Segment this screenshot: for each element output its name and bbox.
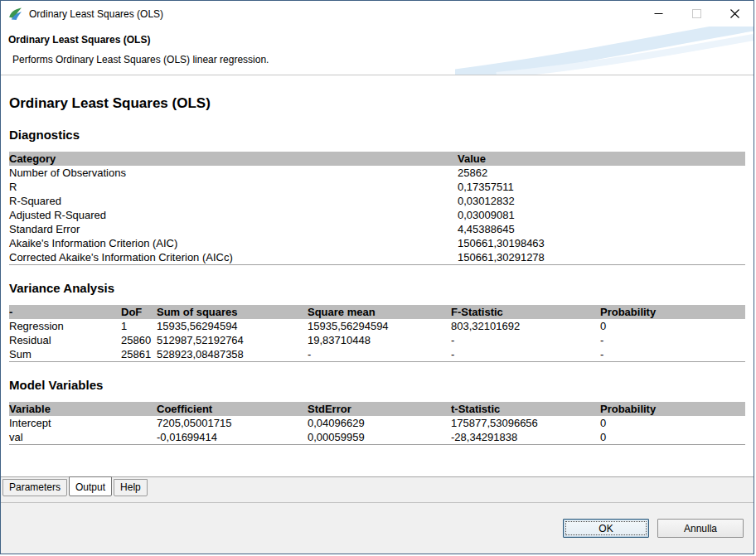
table-cell: Corrected Akaike's Information Criterion… bbox=[9, 250, 458, 264]
column-header: Coefficient bbox=[157, 402, 308, 416]
tab-bar: Parameters Output Help bbox=[1, 477, 754, 503]
table-cell: Intercept bbox=[9, 416, 157, 430]
table-row: Standard Error4,45388645 bbox=[9, 222, 745, 236]
table-cell: 25862 bbox=[458, 166, 745, 180]
ok-button[interactable]: OK bbox=[563, 519, 649, 538]
table-cell: 19,83710448 bbox=[308, 333, 451, 347]
table-cell: 0 bbox=[600, 416, 745, 430]
window-title: Ordinary Least Squares (OLS) bbox=[29, 8, 163, 20]
table-cell: R-Squared bbox=[9, 194, 458, 208]
table-cell: - bbox=[451, 333, 600, 347]
table-cell: 150661,30291278 bbox=[458, 250, 745, 264]
column-header: F-Statistic bbox=[451, 305, 600, 319]
tab-help[interactable]: Help bbox=[114, 479, 148, 496]
table-cell: 0 bbox=[600, 430, 745, 444]
table-cell: - bbox=[600, 333, 745, 347]
table-cell: 1 bbox=[121, 319, 157, 333]
table-cell: 0 bbox=[600, 319, 745, 333]
table-row: R-Squared0,03012832 bbox=[9, 194, 745, 208]
table-cell: 7205,05001715 bbox=[157, 416, 308, 430]
table-cell: Akaike's Information Criterion (AIC) bbox=[9, 236, 458, 250]
window-controls bbox=[639, 1, 754, 27]
table-cell: 15935,56294594 bbox=[157, 319, 308, 333]
table-cell: 15935,56294594 bbox=[308, 319, 451, 333]
table-cell: - bbox=[600, 347, 745, 361]
ols-dialog-window: Ordinary Least Squares (OLS) Ordinary Le… bbox=[0, 0, 754, 554]
column-header: Category bbox=[9, 152, 458, 166]
table-row: Number of Observations25862 bbox=[9, 166, 745, 180]
cancel-button[interactable]: Annulla bbox=[657, 519, 744, 538]
minimize-icon bbox=[654, 9, 663, 18]
maximize-button bbox=[677, 1, 715, 27]
column-header: Square mean bbox=[308, 305, 451, 319]
column-header: Sum of squares bbox=[157, 305, 308, 319]
tab-output[interactable]: Output bbox=[69, 476, 112, 496]
dialog-header-title: Ordinary Least Squares (OLS) bbox=[1, 27, 754, 46]
table-cell: R bbox=[9, 180, 458, 194]
table-cell: 0,03012832 bbox=[458, 194, 745, 208]
table-body: Regression115935,5629459415935,562945948… bbox=[9, 319, 745, 361]
tab-parameters[interactable]: Parameters bbox=[2, 479, 67, 496]
column-header: DoF bbox=[121, 305, 157, 319]
diagnostics-table: CategoryValue Number of Observations2586… bbox=[9, 152, 745, 265]
table-header-row: CategoryValue bbox=[9, 152, 745, 166]
table-cell: 0,03009081 bbox=[458, 208, 745, 222]
table-header-row: VariableCoefficientStdErrort-StatisticPr… bbox=[9, 402, 745, 416]
variance-table: -DoFSum of squaresSquare meanF-Statistic… bbox=[9, 305, 745, 362]
minimize-button[interactable] bbox=[639, 1, 677, 27]
table-row: Regression115935,5629459415935,562945948… bbox=[9, 319, 745, 333]
table-row: Sum25861528923,08487358--- bbox=[9, 347, 745, 361]
table-cell: 512987,52192764 bbox=[157, 333, 308, 347]
table-row: Corrected Akaike's Information Criterion… bbox=[9, 250, 745, 264]
table-row: Intercept7205,050017150,04096629175877,5… bbox=[9, 416, 745, 430]
table-cell: Number of Observations bbox=[9, 166, 458, 180]
table-cell: 4,45388645 bbox=[458, 222, 745, 236]
table-body: Number of Observations25862R0,17357511R-… bbox=[9, 166, 745, 264]
maximize-icon bbox=[692, 9, 701, 18]
table-cell: -0,01699414 bbox=[157, 430, 308, 444]
close-icon bbox=[730, 9, 739, 18]
column-header: - bbox=[9, 305, 121, 319]
column-header: StdError bbox=[308, 402, 451, 416]
table-body: Intercept7205,050017150,04096629175877,5… bbox=[9, 416, 745, 444]
model-variables-table: VariableCoefficientStdErrort-StatisticPr… bbox=[9, 402, 745, 445]
close-button[interactable] bbox=[715, 1, 754, 27]
model-variables-heading: Model Variables bbox=[9, 378, 745, 393]
output-panel: Ordinary Least Squares (OLS) Diagnostics… bbox=[1, 75, 754, 477]
diagnostics-heading: Diagnostics bbox=[9, 128, 745, 143]
table-cell: val bbox=[9, 430, 157, 444]
table-cell: Adjusted R-Squared bbox=[9, 208, 458, 222]
table-cell: 175877,53096656 bbox=[451, 416, 600, 430]
column-header: Probability bbox=[600, 305, 745, 319]
app-icon bbox=[8, 7, 22, 21]
table-cell: -28,34291838 bbox=[451, 430, 600, 444]
table-cell: 25860 bbox=[121, 333, 157, 347]
dialog-header: Ordinary Least Squares (OLS) Performs Or… bbox=[1, 27, 754, 75]
title-bar: Ordinary Least Squares (OLS) bbox=[1, 1, 754, 27]
table-row: R0,17357511 bbox=[9, 180, 745, 194]
table-cell: Sum bbox=[9, 347, 121, 361]
table-row: Residual25860512987,5219276419,83710448-… bbox=[9, 333, 745, 347]
table-cell: 803,32101692 bbox=[451, 319, 600, 333]
table-cell: - bbox=[308, 347, 451, 361]
table-row: Akaike's Information Criterion (AIC)1506… bbox=[9, 236, 745, 250]
column-header: Probability bbox=[600, 402, 745, 416]
variance-heading: Variance Analysis bbox=[9, 281, 745, 296]
column-header: Value bbox=[458, 152, 745, 166]
table-cell: 25861 bbox=[121, 347, 157, 361]
report-title: Ordinary Least Squares (OLS) bbox=[9, 95, 745, 112]
column-header: Variable bbox=[9, 402, 157, 416]
button-bar: OK Annulla bbox=[1, 503, 754, 554]
dialog-header-description: Performs Ordinary Least Squares (OLS) li… bbox=[1, 46, 754, 65]
table-cell: Residual bbox=[9, 333, 121, 347]
table-cell: Standard Error bbox=[9, 222, 458, 236]
table-header-row: -DoFSum of squaresSquare meanF-Statistic… bbox=[9, 305, 745, 319]
table-cell: - bbox=[451, 347, 600, 361]
table-cell: Regression bbox=[9, 319, 121, 333]
table-row: Adjusted R-Squared0,03009081 bbox=[9, 208, 745, 222]
column-header: t-Statistic bbox=[451, 402, 600, 416]
table-cell: 528923,08487358 bbox=[157, 347, 308, 361]
table-cell: 0,00059959 bbox=[308, 430, 451, 444]
table-cell: 0,04096629 bbox=[308, 416, 451, 430]
table-cell: 0,17357511 bbox=[458, 180, 745, 194]
